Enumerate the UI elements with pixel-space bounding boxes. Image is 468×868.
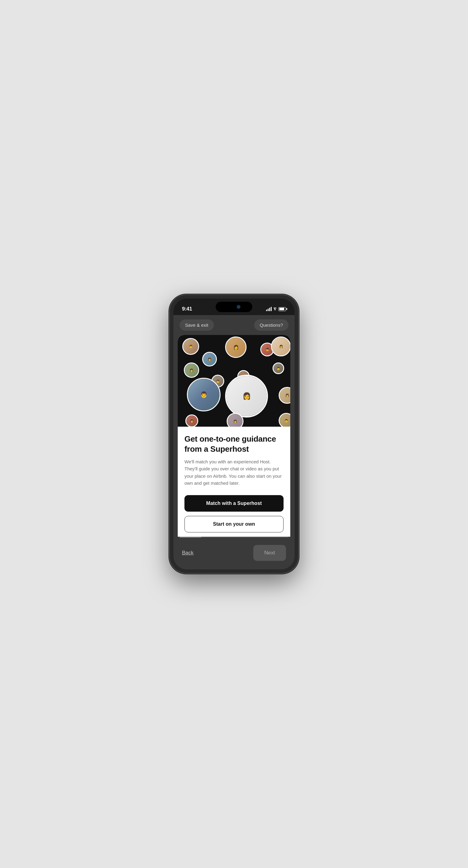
- progress-bar-area: [173, 537, 295, 539]
- avatar-3: 👩: [225, 337, 246, 358]
- avatar-12: 👩: [279, 387, 290, 404]
- content-body: Get one-to-one guidance from a Superhost…: [178, 427, 290, 537]
- back-button[interactable]: Back: [182, 550, 194, 556]
- questions-button[interactable]: Questions?: [254, 319, 288, 331]
- status-icons: 𝛁: [266, 307, 286, 312]
- avatar-13: 👩: [185, 414, 198, 427]
- avatar-15: 👨: [279, 413, 290, 427]
- modal-card: 👨 👩 👩 👦 👩: [178, 335, 290, 537]
- phone-screen: 9:41 𝛁 Save & exit Questi: [173, 299, 295, 569]
- phone-frame: 9:41 𝛁 Save & exit Questi: [170, 295, 298, 573]
- bottom-nav: Back Next: [173, 539, 295, 569]
- status-bar: 9:41 𝛁: [173, 299, 295, 315]
- wifi-icon: 𝛁: [273, 307, 276, 312]
- app-content: Save & exit Questions? 👨 👩 👩: [173, 315, 295, 569]
- dynamic-island: [216, 302, 252, 312]
- status-time: 9:41: [182, 306, 192, 312]
- save-exit-button[interactable]: Save & exit: [180, 319, 214, 331]
- description-text: We'll match you with an experienced Host…: [184, 458, 284, 487]
- avatars-container: 👨 👩 👩 👦 👩: [178, 335, 290, 427]
- signal-icon: [266, 307, 272, 311]
- hero-image: 👨 👩 👩 👦 👩: [178, 335, 290, 427]
- top-bar: Save & exit Questions?: [173, 315, 295, 335]
- progress-track: [180, 537, 288, 537]
- avatar-5: 👩: [271, 337, 290, 356]
- avatar-1: 👨: [182, 338, 199, 355]
- next-button[interactable]: Next: [253, 545, 286, 561]
- camera-dot: [237, 305, 240, 309]
- avatar-6: 👩: [184, 363, 199, 378]
- avatar-11-main: 👩: [225, 375, 268, 417]
- progress-fill: [180, 537, 201, 537]
- start-own-button[interactable]: Start on your own: [184, 516, 284, 532]
- avatar-10: 👨: [187, 378, 221, 411]
- avatar-9: 👨: [272, 363, 284, 374]
- battery-icon: [279, 307, 286, 311]
- match-superhost-button[interactable]: Match with a Superhost: [184, 495, 284, 512]
- avatar-2: 👩: [202, 352, 217, 367]
- main-title: Get one-to-one guidance from a Superhost: [184, 434, 284, 454]
